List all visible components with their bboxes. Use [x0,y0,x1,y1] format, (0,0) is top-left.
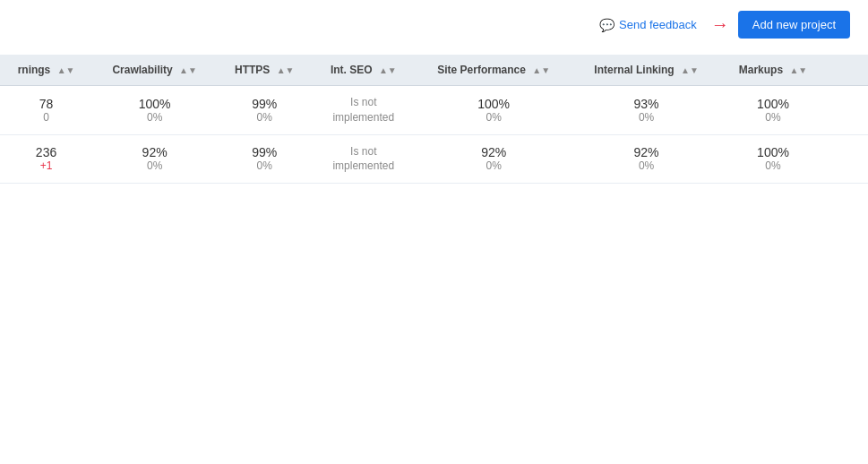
sort-icon-int-seo: ▲▼ [379,65,397,75]
cell-extra-2 [826,134,868,184]
cell-warnings-1: 78 0 [0,86,92,135]
cell-warnings-2: 236 +1 [0,134,92,184]
cell-internal-linking-2: 92% 0% [572,134,720,184]
send-feedback-label: Send feedback [619,18,697,31]
sort-icon-https: ▲▼ [277,65,295,75]
col-header-internal-linking[interactable]: Internal Linking ▲▼ [572,55,720,86]
cell-https-1: 99% 0% [217,86,312,135]
cell-int-seo-2: Is not implemented [312,134,415,184]
cell-markups-1: 100% 0% [720,86,826,135]
top-bar: 💬 Send feedback → Add new project [0,0,868,46]
cell-internal-linking-1: 93% 0% [572,86,720,135]
sort-icon-crawlability: ▲▼ [179,65,197,75]
cell-int-seo-1: Is not implemented [312,86,415,135]
main-table: rnings ▲▼ Crawlability ▲▼ HTTPS ▲▼ Int. … [0,55,868,184]
add-new-project-button[interactable]: Add new project [738,11,850,39]
add-project-area: → Add new project [711,11,850,39]
cell-https-2: 99% 0% [217,134,312,184]
sort-icon-warnings: ▲▼ [57,65,75,75]
col-header-extra [826,55,868,86]
cell-crawlability-1: 100% 0% [92,86,217,135]
arrow-icon: → [711,14,729,35]
col-header-int-seo[interactable]: Int. SEO ▲▼ [312,55,415,86]
table-container: rnings ▲▼ Crawlability ▲▼ HTTPS ▲▼ Int. … [0,55,868,184]
col-header-markups[interactable]: Markups ▲▼ [720,55,826,86]
table-row: 236 +1 92% 0% 99% 0% Is not implemented [0,134,868,184]
sort-icon-internal-linking: ▲▼ [681,65,699,75]
col-header-https[interactable]: HTTPS ▲▼ [217,55,312,86]
cell-markups-2: 100% 0% [720,134,826,184]
col-header-warnings[interactable]: rnings ▲▼ [0,55,92,86]
col-header-crawlability[interactable]: Crawlability ▲▼ [92,55,217,86]
feedback-icon: 💬 [599,18,614,32]
sort-icon-markups: ▲▼ [789,65,807,75]
table-header-row: rnings ▲▼ Crawlability ▲▼ HTTPS ▲▼ Int. … [0,55,868,86]
table-row: 78 0 100% 0% 99% 0% Is not implemented [0,86,868,135]
col-header-site-performance[interactable]: Site Performance ▲▼ [415,55,572,86]
cell-extra-1 [826,86,868,135]
send-feedback-link[interactable]: 💬 Send feedback [599,18,697,32]
sort-icon-site-perf: ▲▼ [532,65,550,75]
cell-crawlability-2: 92% 0% [92,134,217,184]
cell-site-perf-1: 100% 0% [415,86,572,135]
cell-site-perf-2: 92% 0% [415,134,572,184]
